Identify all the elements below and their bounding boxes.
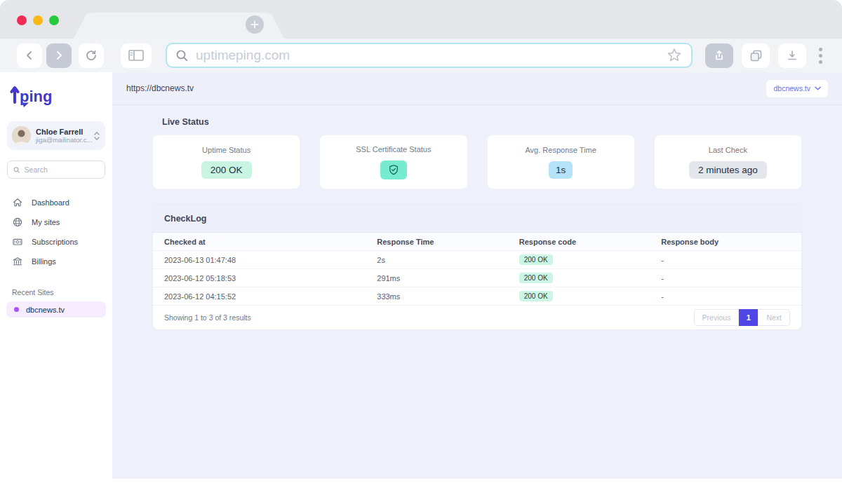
uptime-status-badge: 200 OK (201, 161, 252, 179)
share-upload-icon (713, 49, 726, 62)
sidebar-item-label: Dashboard (32, 198, 69, 207)
forward-button[interactable] (46, 43, 72, 68)
site-selector-value: dbcnews.tv (773, 84, 810, 93)
previous-page-button[interactable]: Previous (694, 309, 740, 326)
checked-at-cell: 2023-06-13 01:47:48 (164, 256, 377, 264)
checklog-heading: CheckLog (153, 205, 801, 233)
download-icon (786, 49, 798, 62)
person-photo-icon (12, 126, 31, 145)
results-summary: Showing 1 to 3 of 3 results (164, 313, 251, 322)
recent-site-label: dbcnews.tv (26, 306, 65, 314)
sidebar-item-label: My sites (32, 218, 60, 226)
app-window: ping Chloe Farrell jiga@mailinator.c... (0, 72, 842, 479)
bookmark-star-icon[interactable] (666, 47, 683, 64)
main-panel: https://dbcnews.tv dbcnews.tv Live Statu… (112, 72, 842, 479)
chevron-left-icon (25, 50, 34, 60)
response-code-badge: 200 OK (519, 273, 553, 283)
maximize-window-button[interactable] (49, 15, 59, 25)
uptimeping-logo[interactable]: ping (10, 82, 52, 109)
sidebar-toggle-button[interactable] (121, 43, 152, 68)
ssl-status-badge (380, 161, 407, 179)
sidebar-search[interactable] (7, 161, 105, 179)
copy-stack-icon (749, 49, 763, 62)
logo-text: ping (20, 88, 52, 105)
address-bar[interactable] (166, 43, 693, 68)
response-time-cell: 291ms (377, 274, 519, 282)
user-email: jiga@mailinator.c... (36, 136, 93, 144)
browser-menu-button[interactable] (816, 45, 825, 67)
response-body-cell: - (661, 256, 801, 264)
card-title: Avg. Response Time (525, 146, 596, 154)
minimize-window-button[interactable] (33, 15, 43, 25)
pagination: Previous 1 Next (694, 309, 790, 326)
sidebar-item-billings[interactable]: Billings (0, 252, 112, 271)
next-page-button[interactable]: Next (758, 309, 790, 326)
response-time-cell: 333ms (377, 292, 519, 301)
sidebar: ping Chloe Farrell jiga@mailinator.c... (0, 72, 112, 479)
user-name: Chloe Farrell (36, 128, 93, 136)
site-selector-dropdown[interactable]: dbcnews.tv (766, 80, 828, 97)
user-menu[interactable]: Chloe Farrell jiga@mailinator.c... (7, 121, 105, 150)
checked-at-cell: 2023-06-12 05:18:53 (164, 274, 377, 282)
browser-tabstrip (0, 0, 842, 39)
bank-icon (12, 256, 23, 267)
avatar (12, 126, 31, 145)
checklog-table-header: Checked at Response Time Response code R… (153, 233, 801, 251)
address-bar-input[interactable] (196, 48, 666, 63)
sidebar-panel-icon (128, 50, 144, 61)
dashboard-content: Live Status Uptime Status 200 OK SSL Cer… (112, 105, 842, 330)
site-header: https://dbcnews.tv dbcnews.tv (112, 72, 842, 105)
current-page-button[interactable]: 1 (739, 309, 758, 326)
reload-button[interactable] (79, 43, 104, 68)
back-button[interactable] (17, 43, 42, 68)
table-row: 2023-06-13 01:47:48 2s 200 OK - (153, 251, 801, 269)
sidebar-item-dashboard[interactable]: Dashboard (0, 193, 112, 212)
chevron-down-icon (815, 86, 821, 90)
live-status-heading: Live Status (162, 117, 802, 127)
sidebar-item-label: Billings (32, 257, 56, 266)
banknote-icon (12, 236, 23, 247)
sidebar-nav: Dashboard My sites Subscriptions (0, 193, 112, 271)
last-check-badge: 2 minutes ago (689, 161, 767, 179)
search-icon (13, 166, 20, 174)
uptime-status-card: Uptime Status 200 OK (152, 135, 300, 189)
close-window-button[interactable] (17, 15, 27, 25)
sidebar-item-label: Subscriptions (32, 238, 78, 246)
tabs-overview-button[interactable] (742, 43, 770, 68)
search-icon (175, 49, 189, 62)
chevron-right-icon (54, 50, 64, 60)
avg-response-time-card: Avg. Response Time 1s (487, 135, 635, 189)
sidebar-item-my-sites[interactable]: My sites (0, 212, 112, 232)
shield-check-icon (387, 163, 400, 177)
last-check-card: Last Check 2 minutes ago (654, 135, 802, 189)
table-row: 2023-06-12 05:18:53 291ms 200 OK - (153, 269, 801, 287)
recent-site-dbcnews[interactable]: dbcnews.tv (6, 301, 106, 318)
column-header: Response code (519, 238, 661, 246)
response-body-cell: - (661, 292, 801, 301)
reload-icon (85, 49, 98, 62)
checklog-panel: CheckLog Checked at Response Time Respon… (152, 204, 802, 330)
card-title: Uptime Status (202, 146, 250, 154)
column-header: Response body (661, 238, 801, 246)
new-tab-button[interactable] (246, 15, 264, 34)
home-icon (12, 197, 23, 208)
window-controls (17, 15, 59, 25)
card-title: SSL Certificate Status (356, 145, 431, 154)
downloads-button[interactable] (778, 43, 806, 68)
live-status-cards: Uptime Status 200 OK SSL Certificate Sta… (152, 135, 802, 189)
search-input[interactable] (25, 165, 99, 174)
recent-sites-heading: Recent Sites (12, 288, 112, 297)
table-row: 2023-06-12 04:15:52 333ms 200 OK - (153, 287, 801, 306)
ssl-certificate-card: SSL Certificate Status (319, 135, 467, 189)
column-header: Response Time (377, 238, 519, 246)
share-button[interactable] (705, 43, 733, 68)
card-title: Last Check (709, 146, 747, 154)
response-body-cell: - (661, 274, 801, 282)
monitored-site-url: https://dbcnews.tv (126, 83, 194, 93)
response-code-badge: 200 OK (519, 254, 553, 265)
response-code-badge: 200 OK (519, 291, 553, 301)
response-time-badge: 1s (549, 161, 573, 179)
unfold-chevrons-icon (93, 131, 100, 141)
checked-at-cell: 2023-06-12 04:15:52 (164, 292, 377, 301)
sidebar-item-subscriptions[interactable]: Subscriptions (0, 232, 112, 252)
